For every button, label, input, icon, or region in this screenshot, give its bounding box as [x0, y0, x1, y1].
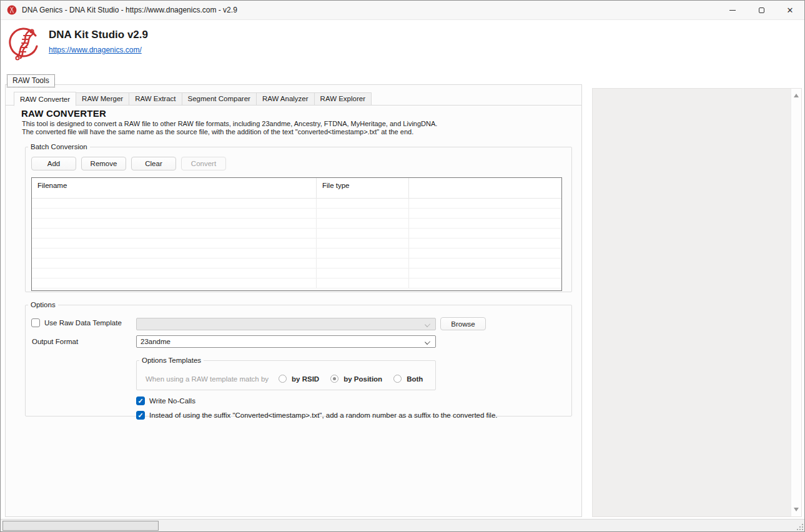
write-no-calls-label: Write No-Calls	[149, 397, 195, 405]
table-cell	[32, 278, 317, 288]
vertical-scrollbar[interactable]	[791, 89, 801, 516]
file-table[interactable]: Filename File type	[31, 177, 562, 291]
app-title: DNA Kit Studio v2.9	[49, 29, 148, 41]
table-row[interactable]	[32, 249, 561, 259]
radio-by-position[interactable]	[330, 375, 338, 383]
table-cell	[409, 278, 561, 288]
radio-label-by-position: by Position	[343, 375, 382, 383]
batch-conversion-group: Batch Conversion AddRemoveClearConvert F…	[25, 143, 572, 292]
close-icon: ✕	[787, 6, 794, 14]
table-row[interactable]	[32, 229, 561, 239]
table-row[interactable]	[32, 268, 561, 278]
table-row[interactable]	[32, 278, 561, 288]
radio-by-rsid[interactable]	[279, 375, 287, 383]
random-suffix-checkbox[interactable]	[136, 411, 145, 420]
tab-raw-explorer[interactable]: RAW Explorer	[315, 92, 372, 106]
minimize-icon	[729, 10, 736, 11]
table-cell	[317, 199, 409, 208]
tab-raw-analyzer[interactable]: RAW Analyzer	[257, 92, 315, 106]
write-no-calls-row: Write No-Calls	[136, 397, 195, 405]
table-cell	[32, 199, 317, 208]
radio-label-both: Both	[407, 375, 423, 383]
table-cell	[32, 229, 317, 238]
window-title: DNA Genics - DNA Kit Studio - https://ww…	[22, 6, 237, 14]
file-table-body	[32, 199, 561, 288]
options-group: Options Use Raw Data Template Browse Out…	[25, 301, 572, 416]
table-cell	[409, 268, 561, 278]
output-format-combobox[interactable]: 23andme	[136, 335, 436, 348]
chevron-down-icon	[425, 322, 430, 327]
add-button[interactable]: Add	[31, 157, 76, 170]
page-title: RAW CONVERTER	[21, 108, 106, 119]
table-cell	[32, 209, 317, 218]
write-no-calls-checkbox[interactable]	[136, 397, 145, 405]
column-header-filetype[interactable]: File type	[317, 178, 409, 198]
radio-label-by-rsid: by RSID	[292, 375, 319, 383]
column-header-extra[interactable]	[409, 178, 561, 198]
horizontal-scrollbar-thumb[interactable]	[2, 521, 159, 531]
match-by-label: When using a RAW template match by	[146, 375, 269, 383]
use-template-checkbox[interactable]	[31, 318, 40, 327]
table-cell	[317, 209, 409, 218]
convert-button[interactable]: Convert	[181, 157, 226, 170]
output-format-value: 23andme	[141, 338, 170, 345]
tab-raw-merger[interactable]: RAW Merger	[76, 92, 129, 106]
batch-button-row: AddRemoveClearConvert	[31, 157, 226, 170]
options-legend: Options	[28, 301, 58, 308]
table-cell	[317, 249, 409, 258]
clear-button[interactable]: Clear	[131, 157, 176, 170]
resize-grip-icon[interactable]	[796, 523, 804, 531]
tab-segment-comparer[interactable]: Segment Comparer	[182, 92, 257, 106]
horizontal-scrollbar[interactable]	[1, 519, 805, 532]
table-cell	[317, 259, 409, 268]
table-cell	[317, 229, 409, 238]
table-cell	[409, 219, 561, 228]
template-combobox[interactable]	[136, 318, 436, 330]
table-row[interactable]	[32, 199, 561, 209]
description-line-1: This tool is designed to convert a RAW f…	[22, 120, 437, 127]
close-button[interactable]: ✕	[776, 1, 804, 20]
table-row[interactable]	[32, 219, 561, 229]
remove-button[interactable]: Remove	[81, 157, 126, 170]
table-cell	[32, 268, 317, 278]
table-cell	[317, 219, 409, 228]
scroll-down-icon[interactable]	[794, 508, 799, 511]
table-cell	[409, 259, 561, 268]
chevron-down-icon	[425, 339, 430, 345]
radio-both[interactable]	[393, 375, 402, 383]
table-cell	[409, 199, 561, 208]
table-cell	[32, 219, 317, 228]
batch-conversion-legend: Batch Conversion	[28, 143, 90, 150]
website-link[interactable]: https://www.dnagenics.com/	[49, 46, 142, 54]
table-cell	[409, 249, 561, 258]
table-row[interactable]	[32, 239, 561, 249]
table-cell	[409, 229, 561, 238]
tab-raw-extract[interactable]: RAW Extract	[129, 92, 182, 106]
table-cell	[32, 259, 317, 268]
maximize-button[interactable]	[747, 1, 776, 20]
raw-tools-panel: RAW ConverterRAW MergerRAW ExtractSegmen…	[5, 84, 582, 517]
scroll-up-icon[interactable]	[794, 94, 799, 97]
file-table-header: Filename File type	[32, 178, 561, 199]
dna-logo-icon	[8, 27, 41, 61]
table-row[interactable]	[32, 259, 561, 268]
app-icon	[7, 5, 17, 15]
match-by-row: When using a RAW template match by by RS…	[146, 375, 429, 383]
options-templates-group: Options Templates When using a RAW templ…	[136, 357, 436, 390]
tab-raw-converter[interactable]: RAW Converter	[14, 92, 76, 106]
browse-button[interactable]: Browse	[440, 317, 486, 330]
use-template-label: Use Raw Data Template	[44, 319, 122, 327]
output-format-label: Output Format	[32, 338, 78, 345]
minimize-button[interactable]	[718, 1, 747, 20]
tab-raw-tools[interactable]: RAW Tools	[7, 74, 55, 87]
column-header-filename[interactable]: Filename	[32, 178, 317, 198]
table-cell	[409, 209, 561, 218]
table-cell	[317, 268, 409, 278]
random-suffix-row: Instead of using the suffix "Converted<t…	[136, 411, 498, 420]
options-templates-legend: Options Templates	[139, 357, 204, 364]
title-bar: DNA Genics - DNA Kit Studio - https://ww…	[1, 1, 804, 20]
app-window: DNA Genics - DNA Kit Studio - https://ww…	[0, 0, 805, 532]
maximize-icon	[759, 7, 764, 13]
table-row[interactable]	[32, 209, 561, 219]
description-line-2: The converted file will have the same na…	[22, 128, 413, 135]
